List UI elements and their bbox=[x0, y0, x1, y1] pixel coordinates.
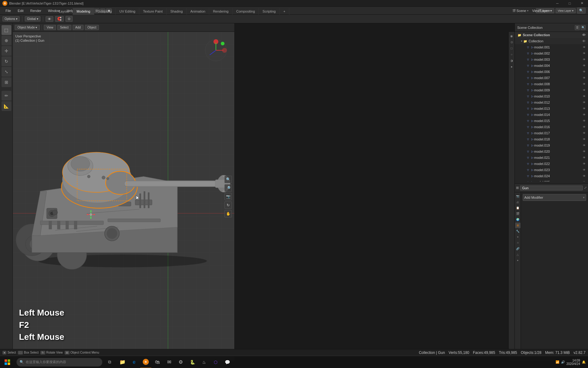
side-icon-3[interactable]: □ bbox=[509, 45, 514, 51]
side-icon-5[interactable]: ◑ bbox=[509, 58, 514, 63]
tab-layout[interactable]: Layout bbox=[55, 8, 73, 15]
taskbar-explorer-btn[interactable]: 📁 bbox=[117, 356, 128, 368]
model-006-eye[interactable]: 👁 bbox=[583, 70, 586, 73]
taskbar-blender-btn[interactable]: B bbox=[140, 356, 151, 368]
taskbar-mail-btn[interactable]: ✉ bbox=[164, 356, 175, 368]
tab-compositing[interactable]: Compositing bbox=[232, 8, 259, 15]
model-023-eye[interactable]: 👁 bbox=[583, 168, 586, 171]
taskbar-settings-btn[interactable]: ⚙ bbox=[175, 356, 186, 368]
tab-scripting[interactable]: Scripting bbox=[259, 8, 280, 15]
taskbar-search[interactable]: 🔍 在这里输入你要搜索的内容 bbox=[17, 358, 102, 366]
cursor-tool-btn[interactable]: ⊕ bbox=[2, 36, 11, 45]
outliner-filter-btn[interactable]: ☰ bbox=[575, 25, 580, 30]
minimize-button[interactable]: ─ bbox=[551, 0, 564, 7]
select-menu-btn[interactable]: Select bbox=[57, 25, 71, 30]
view-layer-dropdown[interactable]: View Layer ▾ bbox=[532, 9, 551, 13]
prop-tab-output[interactable]: 🖨 bbox=[515, 199, 521, 205]
viewport-3d[interactable]: User Perspective (1) Collection | Gun 🔍 … bbox=[13, 32, 234, 361]
model-012-eye[interactable]: 👁 bbox=[583, 101, 586, 104]
side-icon-6[interactable]: ● bbox=[509, 64, 514, 69]
properties-expand-btn[interactable]: ⤢ bbox=[584, 186, 587, 190]
outliner-model-021[interactable]: ▽ ▷ model.021 👁 bbox=[515, 155, 588, 161]
side-icon-2[interactable]: ⊙ bbox=[509, 39, 514, 45]
prop-tab-constraints[interactable]: 🔗 bbox=[515, 246, 521, 251]
global-button[interactable]: Global ▾ bbox=[25, 16, 40, 21]
outliner-model-022[interactable]: ▽ ▷ model.022 👁 bbox=[515, 161, 588, 167]
tab-add[interactable]: + bbox=[280, 8, 289, 15]
model-022-eye[interactable]: 👁 bbox=[583, 162, 586, 165]
collection-eye[interactable]: 👁 bbox=[582, 39, 586, 43]
task-view-btn[interactable]: ⧉ bbox=[104, 356, 115, 368]
outliner-model-020[interactable]: ▽ ▷ model.020 👁 bbox=[515, 148, 588, 155]
model-020-eye[interactable]: 👁 bbox=[583, 150, 586, 153]
scene-dropdown[interactable]: 🎬 Scene ▾ bbox=[512, 9, 529, 13]
tab-texture-paint[interactable]: Texture Paint bbox=[139, 8, 167, 15]
proportional-btn[interactable]: ⊙ bbox=[66, 16, 73, 22]
object-menu-btn[interactable]: Object bbox=[85, 25, 99, 30]
prop-tab-modifiers[interactable]: 🔧 bbox=[515, 228, 521, 234]
outliner-model-012[interactable]: ▽ ▷ model.012 👁 bbox=[515, 99, 588, 105]
tab-uv-editing[interactable]: UV Editing bbox=[116, 8, 139, 15]
model-019-eye[interactable]: 👁 bbox=[583, 144, 586, 147]
model-004-eye[interactable]: 👁 bbox=[583, 64, 586, 67]
outliner-model-009[interactable]: ▽ ▷ model.009 👁 bbox=[515, 87, 588, 93]
tab-sculpting[interactable]: Sculpting bbox=[94, 8, 116, 15]
menu-render[interactable]: Render bbox=[27, 8, 44, 13]
outliner-model-025[interactable]: ▽ ▷ model.025 👁 bbox=[515, 179, 588, 182]
options-button[interactable]: Options ▾ bbox=[2, 16, 20, 21]
start-button[interactable] bbox=[0, 356, 15, 368]
model-021-eye[interactable]: 👁 bbox=[583, 156, 586, 159]
outliner-model-006[interactable]: ▽ ▷ model.006 👁 bbox=[515, 69, 588, 75]
prop-tab-physics[interactable]: ⚛ bbox=[515, 240, 521, 246]
collection-toggle[interactable]: ▾ bbox=[521, 40, 522, 43]
nav-pan-btn[interactable]: ✋ bbox=[224, 210, 232, 217]
outliner-model-003[interactable]: ▽ ▷ model.003 👁 bbox=[515, 56, 588, 63]
prop-tab-data[interactable]: △ bbox=[515, 252, 521, 257]
snap-btn[interactable]: 🧲 bbox=[55, 16, 64, 22]
model-024-eye[interactable]: 👁 bbox=[583, 174, 586, 178]
object-mode-button[interactable]: Object Mode ▾ bbox=[15, 25, 40, 30]
transform-tool-btn[interactable]: ⊞ bbox=[2, 77, 11, 87]
viewlayer-selector-btn[interactable]: View Layer ▾ bbox=[556, 8, 576, 13]
outliner-model-010[interactable]: ▽ ▷ model.010 👁 bbox=[515, 93, 588, 99]
outliner-model-004[interactable]: ▽ ▷ model.004 👁 bbox=[515, 63, 588, 69]
tab-rendering[interactable]: Rendering bbox=[209, 8, 232, 15]
close-button[interactable]: ✕ bbox=[576, 0, 588, 7]
model-009-eye[interactable]: 👁 bbox=[583, 89, 586, 92]
model-014-eye[interactable]: 👁 bbox=[583, 113, 586, 116]
taskbar-discord-btn[interactable]: 💬 bbox=[222, 356, 233, 368]
scale-tool-btn[interactable]: ⤡ bbox=[2, 67, 11, 77]
select-tool-btn[interactable]: ⬚ bbox=[2, 25, 11, 35]
measure-btn[interactable]: 📐 bbox=[2, 101, 11, 111]
prop-tab-particles[interactable]: ✦ bbox=[515, 234, 521, 240]
prop-tab-world[interactable]: 🌍 bbox=[515, 217, 521, 222]
view-menu-btn[interactable]: View bbox=[44, 25, 56, 30]
add-modifier-button[interactable]: Add Modifier ▾ bbox=[523, 194, 586, 201]
outliner-model-001[interactable]: ▽ ▷ model.001 👁 bbox=[515, 44, 588, 50]
side-icon-4[interactable]: ○ bbox=[509, 52, 514, 57]
notification-icon[interactable]: 🔔 bbox=[582, 360, 586, 364]
outliner-search-btn[interactable]: 🔍 bbox=[581, 25, 586, 30]
maximize-button[interactable]: □ bbox=[564, 0, 576, 7]
outliner-model-023[interactable]: ▽ ▷ model.023 👁 bbox=[515, 167, 588, 173]
outliner-model-013[interactable]: ▽ ▷ model.013 👁 bbox=[515, 105, 588, 112]
model-002-eye[interactable]: 👁 bbox=[583, 52, 586, 55]
nav-camera-btn[interactable]: 📷 bbox=[224, 193, 232, 200]
taskbar-store-btn[interactable]: 🛍 bbox=[152, 356, 163, 368]
move-tool-btn[interactable]: ✛ bbox=[2, 46, 11, 56]
model-013-eye[interactable]: 👁 bbox=[583, 107, 586, 110]
scene-collection-eye[interactable]: 👁 bbox=[582, 33, 586, 37]
outliner-model-024[interactable]: ▽ ▷ model.024 👁 bbox=[515, 173, 588, 179]
prop-tab-material[interactable]: ● bbox=[515, 258, 521, 263]
model-001-eye[interactable]: 👁 bbox=[583, 46, 586, 49]
tab-modeling[interactable]: Modeling bbox=[73, 8, 94, 15]
model-003-eye[interactable]: 👁 bbox=[583, 58, 586, 61]
model-010-eye[interactable]: 👁 bbox=[583, 95, 586, 98]
outliner-collection[interactable]: ▾ 📁 Collection 👁 bbox=[515, 38, 588, 44]
model-017-eye[interactable]: 👁 bbox=[583, 132, 586, 135]
clock[interactable]: 14:09 2020/4/24 bbox=[567, 359, 580, 366]
outliner-model-018[interactable]: ▽ ▷ model.018 👁 bbox=[515, 136, 588, 142]
outliner-model-016[interactable]: ▽ ▷ model.016 👁 bbox=[515, 124, 588, 130]
outliner-model-019[interactable]: ▽ ▷ model.019 👁 bbox=[515, 142, 588, 148]
annotate-btn[interactable]: ✏ bbox=[2, 91, 11, 101]
